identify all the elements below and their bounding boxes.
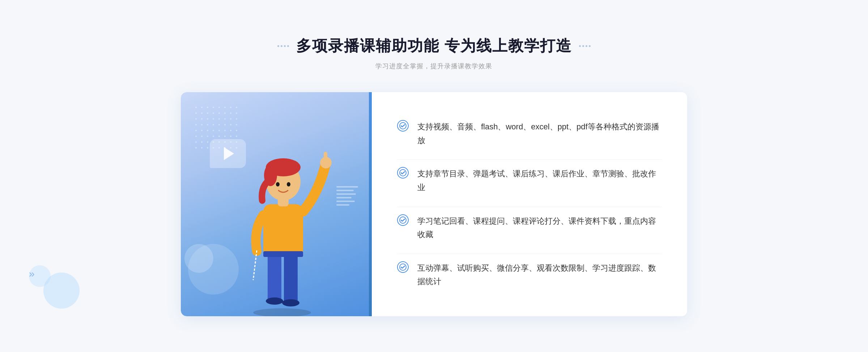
chevron-icon: » bbox=[29, 268, 35, 280]
illustration-panel bbox=[181, 92, 369, 316]
deco-circle-small bbox=[184, 244, 213, 273]
content-area: 支持视频、音频、flash、word、excel、ppt、pdf等各种格式的资源… bbox=[181, 92, 687, 316]
svg-point-4 bbox=[282, 299, 299, 306]
title-row: 多项录播课辅助功能 专为线上教学打造 bbox=[277, 36, 591, 56]
feature-text-3: 学习笔记回看、课程提问、课程评论打分、课件资料下载，重点内容收藏 bbox=[417, 214, 662, 241]
svg-point-0 bbox=[253, 308, 311, 316]
vertical-bar bbox=[369, 92, 372, 316]
feature-item-1: 支持视频、音频、flash、word、excel、ppt、pdf等各种格式的资源… bbox=[397, 113, 662, 154]
feature-item-2: 支持章节目录、弹题考试、课后练习、课后作业、章节测验、批改作业 bbox=[397, 159, 662, 201]
title-dots-right bbox=[579, 45, 591, 47]
svg-point-13 bbox=[287, 182, 290, 186]
feature-item-4: 互动弹幕、试听购买、微信分享、观看次数限制、学习进度跟踪、数据统计 bbox=[397, 254, 662, 296]
svg-rect-14 bbox=[263, 251, 303, 257]
check-circle-icon-2 bbox=[397, 167, 409, 179]
check-svg-4 bbox=[399, 263, 407, 271]
person-illustration bbox=[231, 128, 340, 316]
check-circle-icon-3 bbox=[397, 214, 409, 226]
svg-rect-1 bbox=[268, 251, 281, 302]
svg-rect-5 bbox=[263, 204, 303, 257]
features-panel: 支持视频、音频、flash、word、excel、ppt、pdf等各种格式的资源… bbox=[372, 92, 687, 316]
sub-title: 学习进度全掌握，提升录播课教学效果 bbox=[277, 62, 591, 70]
title-dots-left bbox=[277, 45, 289, 47]
header: 多项录播课辅助功能 专为线上教学打造 学习进度全掌握，提升录播课教学效果 bbox=[277, 36, 591, 70]
feature-text-4: 互动弹幕、试听购买、微信分享、观看次数限制、学习进度跟踪、数据统计 bbox=[417, 261, 662, 288]
svg-rect-2 bbox=[284, 251, 298, 304]
svg-point-12 bbox=[276, 182, 280, 186]
check-svg-2 bbox=[399, 169, 407, 176]
check-svg-1 bbox=[399, 122, 407, 129]
check-circle-icon-1 bbox=[397, 120, 409, 132]
svg-point-3 bbox=[266, 297, 283, 305]
feature-text-2: 支持章节目录、弹题考试、课后练习、课后作业、章节测验、批改作业 bbox=[417, 167, 662, 194]
main-title: 多项录播课辅助功能 专为线上教学打造 bbox=[296, 36, 572, 56]
svg-rect-7 bbox=[324, 152, 327, 163]
check-circle-icon-4 bbox=[397, 261, 409, 273]
feature-item-3: 学习笔记回看、课程提问、课程评论打分、课件资料下载，重点内容收藏 bbox=[397, 207, 662, 249]
check-svg-3 bbox=[399, 216, 407, 224]
feature-text-1: 支持视频、音频、flash、word、excel、ppt、pdf等各种格式的资源… bbox=[417, 120, 662, 147]
page-wrapper: » 多项录播课辅助功能 专为线上教学打造 学习进度全掌握，提升录播课教学效果 bbox=[0, 0, 868, 352]
page-chevrons-left: » bbox=[29, 268, 35, 280]
